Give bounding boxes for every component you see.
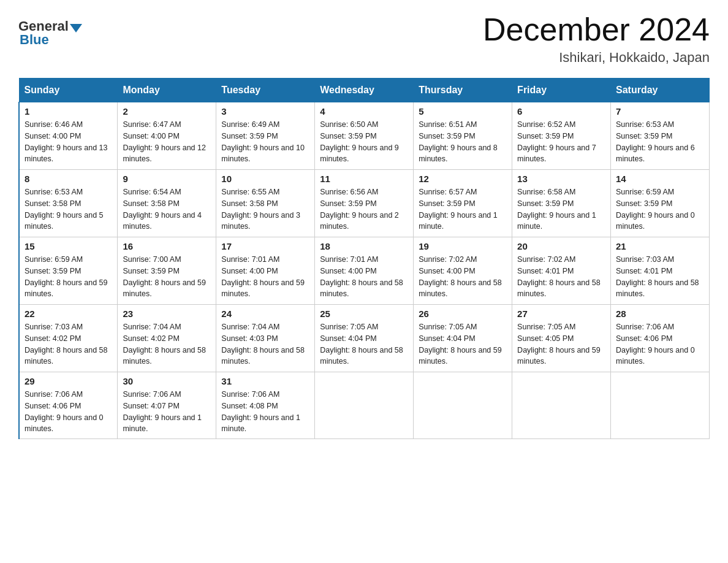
day-number: 3	[221, 106, 309, 117]
day-info: Sunrise: 6:54 AMSunset: 3:58 PMDaylight:…	[123, 186, 211, 232]
header-wednesday: Wednesday	[315, 79, 414, 102]
day-number: 10	[221, 174, 309, 184]
day-number: 26	[419, 308, 507, 319]
calendar-title: December 2024	[483, 12, 710, 47]
day-info: Sunrise: 6:50 AMSunset: 3:59 PMDaylight:…	[320, 119, 408, 165]
calendar-cell: 9Sunrise: 6:54 AMSunset: 3:58 PMDaylight…	[118, 170, 216, 237]
day-info: Sunrise: 7:00 AMSunset: 3:59 PMDaylight:…	[123, 254, 211, 300]
calendar-cell: 13Sunrise: 6:58 AMSunset: 3:59 PMDayligh…	[512, 170, 611, 237]
calendar-cell: 20Sunrise: 7:02 AMSunset: 4:01 PMDayligh…	[512, 237, 611, 305]
day-number: 16	[123, 241, 211, 251]
day-info: Sunrise: 7:05 AMSunset: 4:05 PMDaylight:…	[517, 321, 605, 367]
day-number: 8	[25, 174, 112, 184]
header-saturday: Saturday	[611, 79, 710, 102]
calendar-cell: 28Sunrise: 7:06 AMSunset: 4:06 PMDayligh…	[611, 305, 710, 372]
calendar-cell: 27Sunrise: 7:05 AMSunset: 4:05 PMDayligh…	[512, 305, 611, 372]
day-info: Sunrise: 6:53 AMSunset: 3:59 PMDaylight:…	[616, 119, 704, 165]
header-monday: Monday	[118, 79, 216, 102]
calendar-cell: 24Sunrise: 7:04 AMSunset: 4:03 PMDayligh…	[216, 305, 315, 372]
day-number: 28	[616, 308, 704, 319]
header-thursday: Thursday	[414, 79, 512, 102]
day-number: 23	[123, 308, 211, 319]
calendar-cell: 5Sunrise: 6:51 AMSunset: 3:59 PMDaylight…	[414, 102, 512, 170]
calendar-cell: 15Sunrise: 6:59 AMSunset: 3:59 PMDayligh…	[19, 237, 118, 305]
calendar-cell: 19Sunrise: 7:02 AMSunset: 4:00 PMDayligh…	[414, 237, 512, 305]
day-info: Sunrise: 7:06 AMSunset: 4:08 PMDaylight:…	[221, 389, 309, 435]
week-row-4: 22Sunrise: 7:03 AMSunset: 4:02 PMDayligh…	[19, 305, 710, 372]
day-info: Sunrise: 7:05 AMSunset: 4:04 PMDaylight:…	[320, 321, 408, 367]
day-info: Sunrise: 7:04 AMSunset: 4:02 PMDaylight:…	[123, 321, 211, 367]
day-info: Sunrise: 7:04 AMSunset: 4:03 PMDaylight:…	[221, 321, 309, 367]
calendar-cell: 17Sunrise: 7:01 AMSunset: 4:00 PMDayligh…	[216, 237, 315, 305]
calendar-cell: 8Sunrise: 6:53 AMSunset: 3:58 PMDaylight…	[19, 170, 118, 237]
day-info: Sunrise: 7:05 AMSunset: 4:04 PMDaylight:…	[419, 321, 507, 367]
day-info: Sunrise: 6:51 AMSunset: 3:59 PMDaylight:…	[419, 119, 507, 165]
day-number: 25	[320, 308, 408, 319]
header-tuesday: Tuesday	[216, 79, 315, 102]
calendar-cell	[414, 372, 512, 439]
calendar-cell: 1Sunrise: 6:46 AMSunset: 4:00 PMDaylight…	[19, 102, 118, 170]
day-info: Sunrise: 7:02 AMSunset: 4:01 PMDaylight:…	[517, 254, 605, 300]
day-info: Sunrise: 6:59 AMSunset: 3:59 PMDaylight:…	[616, 186, 704, 232]
calendar-cell: 12Sunrise: 6:57 AMSunset: 3:59 PMDayligh…	[414, 170, 512, 237]
calendar-table: SundayMondayTuesdayWednesdayThursdayFrid…	[18, 78, 710, 439]
day-info: Sunrise: 7:03 AMSunset: 4:02 PMDaylight:…	[25, 321, 112, 367]
day-info: Sunrise: 7:06 AMSunset: 4:07 PMDaylight:…	[123, 389, 211, 435]
day-info: Sunrise: 7:03 AMSunset: 4:01 PMDaylight:…	[616, 254, 704, 300]
day-number: 11	[320, 174, 408, 184]
title-block: December 2024 Ishikari, Hokkaido, Japan	[483, 12, 710, 66]
day-info: Sunrise: 6:46 AMSunset: 4:00 PMDaylight:…	[25, 119, 112, 165]
day-number: 5	[419, 106, 507, 117]
week-row-3: 15Sunrise: 6:59 AMSunset: 3:59 PMDayligh…	[19, 237, 710, 305]
day-info: Sunrise: 6:57 AMSunset: 3:59 PMDaylight:…	[419, 186, 507, 232]
day-number: 6	[517, 106, 605, 117]
calendar-cell: 14Sunrise: 6:59 AMSunset: 3:59 PMDayligh…	[611, 170, 710, 237]
day-info: Sunrise: 7:02 AMSunset: 4:00 PMDaylight:…	[419, 254, 507, 300]
day-info: Sunrise: 6:52 AMSunset: 3:59 PMDaylight:…	[517, 119, 605, 165]
calendar-cell: 18Sunrise: 7:01 AMSunset: 4:00 PMDayligh…	[315, 237, 414, 305]
calendar-cell: 16Sunrise: 7:00 AMSunset: 3:59 PMDayligh…	[118, 237, 216, 305]
calendar-cell: 10Sunrise: 6:55 AMSunset: 3:58 PMDayligh…	[216, 170, 315, 237]
day-info: Sunrise: 7:06 AMSunset: 4:06 PMDaylight:…	[25, 389, 112, 435]
calendar-cell: 22Sunrise: 7:03 AMSunset: 4:02 PMDayligh…	[19, 305, 118, 372]
day-number: 21	[616, 241, 704, 251]
day-number: 13	[517, 174, 605, 184]
week-row-5: 29Sunrise: 7:06 AMSunset: 4:06 PMDayligh…	[19, 372, 710, 439]
day-number: 18	[320, 241, 408, 251]
calendar-cell	[611, 372, 710, 439]
day-info: Sunrise: 6:59 AMSunset: 3:59 PMDaylight:…	[25, 254, 112, 300]
calendar-cell: 21Sunrise: 7:03 AMSunset: 4:01 PMDayligh…	[611, 237, 710, 305]
calendar-cell: 25Sunrise: 7:05 AMSunset: 4:04 PMDayligh…	[315, 305, 414, 372]
day-info: Sunrise: 6:58 AMSunset: 3:59 PMDaylight:…	[517, 186, 605, 232]
day-number: 20	[517, 241, 605, 251]
day-number: 22	[25, 308, 112, 319]
calendar-cell: 4Sunrise: 6:50 AMSunset: 3:59 PMDaylight…	[315, 102, 414, 170]
day-info: Sunrise: 7:06 AMSunset: 4:06 PMDaylight:…	[616, 321, 704, 367]
logo-arrow-icon	[70, 24, 82, 33]
calendar-cell: 11Sunrise: 6:56 AMSunset: 3:59 PMDayligh…	[315, 170, 414, 237]
logo: General Blue	[18, 18, 83, 48]
day-number: 29	[25, 376, 112, 386]
calendar-cell: 6Sunrise: 6:52 AMSunset: 3:59 PMDaylight…	[512, 102, 611, 170]
calendar-cell: 31Sunrise: 7:06 AMSunset: 4:08 PMDayligh…	[216, 372, 315, 439]
day-number: 12	[419, 174, 507, 184]
day-number: 2	[123, 106, 211, 117]
logo-blue-text: Blue	[20, 32, 49, 47]
calendar-cell: 29Sunrise: 7:06 AMSunset: 4:06 PMDayligh…	[19, 372, 118, 439]
day-info: Sunrise: 6:47 AMSunset: 4:00 PMDaylight:…	[123, 119, 211, 165]
day-number: 19	[419, 241, 507, 251]
header-sunday: Sunday	[19, 79, 118, 102]
calendar-subtitle: Ishikari, Hokkaido, Japan	[483, 50, 710, 66]
header-friday: Friday	[512, 79, 611, 102]
day-number: 24	[221, 308, 309, 319]
day-info: Sunrise: 6:55 AMSunset: 3:58 PMDaylight:…	[221, 186, 309, 232]
day-number: 27	[517, 308, 605, 319]
day-number: 9	[123, 174, 211, 184]
day-number: 1	[25, 106, 112, 117]
day-number: 7	[616, 106, 704, 117]
week-row-1: 1Sunrise: 6:46 AMSunset: 4:00 PMDaylight…	[19, 102, 710, 170]
calendar-cell	[512, 372, 611, 439]
day-number: 14	[616, 174, 704, 184]
header: General Blue December 2024 Ishikari, Hok…	[18, 12, 710, 66]
calendar-cell	[315, 372, 414, 439]
